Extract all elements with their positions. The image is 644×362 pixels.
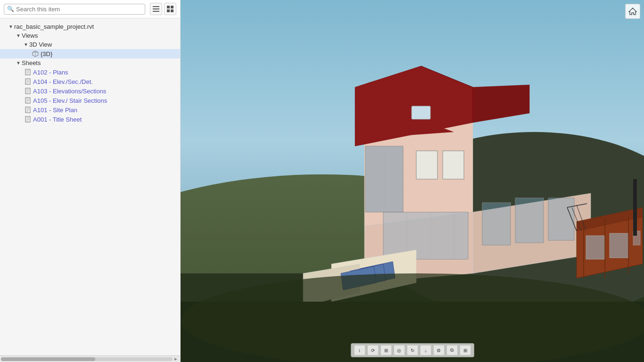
search-input-wrapper[interactable]: 🔍 [4, 4, 145, 15]
root-label: rac_basic_sample_project.rvt [14, 23, 94, 30]
vp-btn-settings[interactable]: ⚙ [433, 345, 445, 355]
vp-btn-expand[interactable]: ⟂ [420, 345, 431, 355]
grid-view-icon [167, 6, 173, 12]
vp-btn-orbit[interactable]: ◎ [394, 345, 405, 355]
tree-sheet-item-4[interactable]: A101 - Site Plan [0, 105, 180, 115]
svg-rect-5 [167, 9, 170, 12]
tree-sheet-item-5[interactable]: A001 - Title Sheet [0, 115, 180, 124]
svg-rect-2 [153, 11, 159, 12]
vp-btn-rotate[interactable]: ⟳ [367, 345, 379, 355]
sheet-icon-3 [24, 97, 32, 104]
vp-btn-navigate[interactable]: ↕ [354, 345, 365, 355]
list-view-icon [153, 6, 159, 12]
tree-sheets-group[interactable]: ▼ Sheets [0, 58, 180, 67]
3dview-arrow: ▼ [23, 41, 29, 48]
sheet-icon-5 [24, 115, 32, 123]
tree-root-item[interactable]: ▼ rac_basic_sample_project.rvt [0, 22, 180, 31]
svg-rect-59 [548, 198, 574, 240]
svg-rect-88 [633, 179, 637, 236]
sheet-icon-0 [24, 68, 32, 76]
tree-views-group[interactable]: ▼ Views [0, 31, 180, 40]
search-icon: 🔍 [7, 6, 14, 12]
svg-rect-51 [416, 151, 438, 179]
tree-3dview-group[interactable]: ▼ 3D View [0, 40, 180, 49]
tree-sheet-item-2[interactable]: A103 - Elevations/Sections [0, 86, 180, 96]
svg-rect-3 [167, 6, 170, 8]
home-icon [628, 7, 637, 16]
sheet-label-3: A105 - Elev./ Stair Sections [33, 97, 107, 104]
search-bar: 🔍 [0, 0, 180, 18]
views-label: Views [22, 32, 38, 39]
list-view-button[interactable] [150, 3, 162, 15]
sheet-icon-4 [24, 106, 32, 114]
vp-btn-spin[interactable]: ↻ [407, 345, 418, 355]
scrollbar-thumb [1, 357, 95, 361]
svg-rect-63 [610, 233, 628, 258]
tree-sheet-item-3[interactable]: A105 - Elev./ Stair Sections [0, 96, 180, 105]
sheet-label-0: A102 - Plans [33, 69, 68, 76]
svg-rect-52 [443, 151, 464, 179]
3d-item-label: {3D} [41, 50, 52, 58]
search-input[interactable] [16, 6, 142, 13]
sheet-label-1: A104 - Elev./Sec./Det. [33, 78, 93, 85]
svg-rect-46 [412, 106, 430, 119]
tree-container: ▼ rac_basic_sample_project.rvt ▼ Views ▼… [0, 18, 180, 355]
vp-btn-section[interactable]: ⊞ [460, 345, 471, 355]
sheet-label-4: A101 - Site Plan [33, 107, 77, 114]
svg-rect-6 [171, 9, 173, 12]
tree-sheet-item-0[interactable]: A102 - Plans [0, 67, 180, 77]
home-button[interactable] [625, 4, 640, 19]
svg-rect-62 [586, 236, 605, 259]
grid-view-button[interactable] [164, 3, 176, 15]
svg-rect-4 [171, 6, 173, 8]
svg-marker-95 [629, 8, 636, 15]
views-arrow: ▼ [15, 33, 22, 39]
sheets-list: A102 - Plans A104 - Elev./Sec./Det. [0, 67, 180, 124]
sheets-label: Sheets [22, 59, 41, 66]
scrollbar-track [1, 357, 173, 361]
scene-background [181, 0, 644, 362]
viewport: ↕ ⟳ ⊞ ◎ ↻ ⟂ ⚙ ⧉ ⊞ [181, 0, 644, 362]
tree-3d-item[interactable]: {3D} [0, 49, 180, 58]
sheets-arrow: ▼ [15, 60, 22, 66]
viewport-toolbar: ↕ ⟳ ⊞ ◎ ↻ ⟂ ⚙ ⧉ ⊞ [351, 343, 474, 357]
sheet-icon-2 [24, 87, 32, 95]
svg-rect-57 [482, 203, 511, 245]
sheet-label-5: A001 - Title Sheet [33, 116, 82, 123]
toolbar-icons [150, 3, 176, 15]
svg-rect-0 [153, 6, 159, 7]
tree-sheet-item-1[interactable]: A104 - Elev./Sec./Det. [0, 77, 180, 86]
vp-btn-overlay[interactable]: ⧉ [446, 345, 458, 355]
resize-handle[interactable]: ► [173, 356, 179, 362]
left-panel: 🔍 [0, 0, 181, 362]
root-arrow: ▼ [8, 24, 14, 30]
vp-btn-grid[interactable]: ⊞ [380, 345, 392, 355]
svg-rect-1 [153, 8, 159, 9]
sheet-label-2: A103 - Elevations/Sections [33, 88, 106, 95]
3dview-group-label: 3D View [29, 41, 52, 48]
svg-rect-53 [383, 212, 468, 259]
3d-cube-icon [32, 50, 39, 58]
svg-rect-58 [515, 198, 544, 243]
bottom-scrollbar[interactable]: ► [0, 355, 180, 362]
sheet-icon-1 [24, 78, 32, 85]
